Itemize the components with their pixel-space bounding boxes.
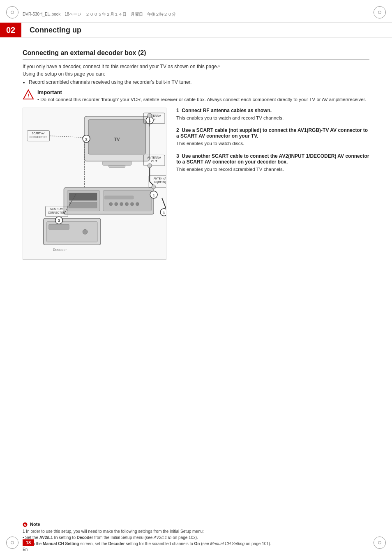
note-line-0: 1 In order to use this setup, you will n…: [23, 528, 369, 534]
svg-text:IN (RF IN): IN (RF IN): [154, 181, 166, 184]
svg-rect-53: [49, 224, 69, 229]
svg-rect-33: [69, 202, 97, 208]
two-col-layout: TV 1 2 ANTENNA IN ANTENNA OU: [23, 108, 369, 260]
important-box: ! Important • Do not connect this record…: [23, 89, 369, 102]
diagram-col: TV 1 2 ANTENNA IN ANTENNA OU: [23, 108, 166, 260]
intro-line-2: Using the setup on this page you can:: [23, 71, 369, 77]
note-icon: N: [23, 522, 28, 527]
svg-text:Decoder: Decoder: [53, 248, 67, 252]
diagram-wrapper: TV 1 2 ANTENNA IN ANTENNA OU: [23, 108, 166, 260]
svg-text:3: 3: [58, 218, 60, 223]
section-heading: Connecting an external decoder box (2): [23, 49, 369, 60]
important-title: Important: [37, 89, 366, 95]
svg-line-21: [50, 136, 84, 138]
svg-rect-25: [105, 196, 134, 199]
svg-rect-5: [109, 165, 125, 167]
step-3-desc: This enables you to record scrambled TV …: [176, 166, 369, 173]
step-2-desc: This enables you to watch discs.: [176, 140, 369, 147]
svg-text:1: 1: [163, 210, 165, 215]
svg-text:1: 1: [152, 193, 155, 197]
svg-text:SCART AV: SCART AV: [50, 207, 63, 210]
corner-mark-tr: [371, 4, 388, 21]
footer-note: N Note 1 In order to use this setup, you…: [23, 519, 369, 547]
connection-diagram: TV 1 2 ANTENNA IN ANTENNA OU: [23, 108, 166, 259]
svg-text:N: N: [24, 523, 26, 527]
step-3: 3 Use another SCART cable to connect the…: [176, 153, 369, 173]
svg-text:!: !: [28, 92, 29, 99]
corner-mark-tl: [4, 4, 21, 21]
svg-point-66: [152, 185, 156, 189]
svg-rect-4: [103, 161, 131, 165]
bullet-item-0: Record scrambled channels received using…: [29, 79, 369, 85]
step-2-title: 2 Use a SCART cable (not supplied) to co…: [176, 127, 369, 139]
step-1-title: 1 Connect RF antenna cables as shown.: [176, 108, 369, 113]
file-info: DVR-530H_EU.book 18ページ ２００５年２月１４日 月曜日 午後…: [23, 12, 176, 17]
svg-point-27: [115, 203, 118, 206]
svg-point-30: [130, 203, 134, 206]
corner-mark-br: [371, 534, 388, 551]
step-2: 2 Use a SCART cable (not supplied) to co…: [176, 127, 369, 147]
important-text: • Do not connect this recorder 'through'…: [37, 97, 366, 102]
svg-point-26: [109, 203, 113, 206]
svg-point-28: [120, 203, 123, 206]
important-content: Important • Do not connect this recorder…: [37, 89, 366, 102]
svg-point-31: [136, 203, 139, 206]
step-1: 1 Connect RF antenna cables as shown. Th…: [176, 108, 369, 122]
corner-mark-bl: [4, 534, 21, 551]
intro-line-1: If you only have a decoder, connect it t…: [23, 64, 369, 69]
svg-rect-24: [103, 191, 151, 211]
svg-text:TV: TV: [114, 137, 120, 142]
svg-point-65: [148, 164, 152, 168]
svg-rect-32: [69, 193, 97, 200]
note-line-2: • From the Manual CH Setting screen, set…: [23, 541, 369, 547]
page-number: 18: [23, 539, 34, 546]
svg-text:CONNECTOR: CONNECTOR: [48, 211, 65, 214]
header-bar: 02 Connecting up: [0, 23, 392, 37]
main-content: Connecting an external decoder box (2) I…: [23, 41, 369, 530]
bullet-list: Record scrambled channels received using…: [29, 79, 369, 85]
svg-text:OUT: OUT: [151, 160, 157, 163]
chapter-title: Connecting up: [30, 26, 81, 35]
note-line-1: • Set the AV2/L1 In setting to Decoder f…: [23, 534, 369, 541]
instructions-col: 1 Connect RF antenna cables as shown. Th…: [176, 108, 369, 260]
step-3-title: 3 Use another SCART cable to connect the…: [176, 153, 369, 165]
svg-point-54: [83, 229, 88, 234]
chapter-number: 02: [0, 23, 21, 37]
important-icon: !: [23, 89, 34, 101]
step-1-desc: This enables you to watch and record TV …: [176, 115, 369, 122]
svg-text:SCART AV: SCART AV: [32, 132, 45, 135]
svg-text:IN: IN: [153, 118, 156, 121]
page-lang: En: [23, 547, 28, 552]
svg-point-29: [125, 203, 129, 206]
note-title: N Note: [23, 522, 369, 527]
svg-text:2: 2: [85, 137, 88, 141]
svg-point-64: [148, 113, 152, 117]
svg-text:ANTENNA: ANTENNA: [148, 156, 161, 159]
svg-text:CONNECTOR: CONNECTOR: [30, 136, 47, 138]
svg-text:ANTENNA: ANTENNA: [154, 177, 166, 180]
chapter-title-box: Connecting up: [21, 23, 392, 37]
